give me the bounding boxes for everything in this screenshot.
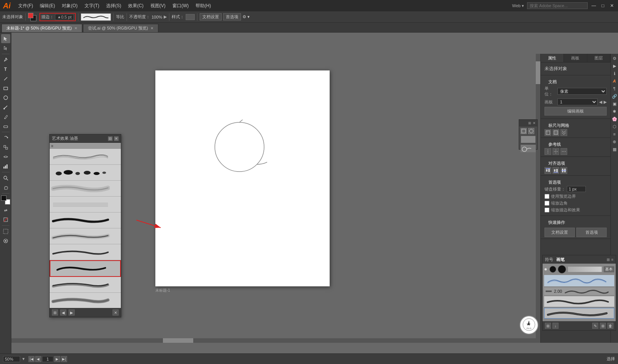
brush-item-10[interactable] [50,293,121,308]
maximize-button[interactable]: □ [600,3,606,9]
sym-footer-edit[interactable]: ✎ [592,323,598,329]
brush-footer-btn-delete[interactable]: ✕ [113,309,119,316]
brush-item-2[interactable] [50,165,121,181]
ruler-icon-1[interactable] [544,129,551,136]
tool-stroke-color[interactable] [1,195,6,201]
far-right-btn-11[interactable]: ≡ [612,131,618,137]
align-icon-3[interactable] [560,167,567,174]
preview-border-check[interactable] [544,194,549,199]
artboard-select[interactable]: 1 [557,98,598,105]
menu-effect[interactable]: 效果(C) [125,2,147,10]
tool-line[interactable] [1,74,10,83]
tool-none[interactable] [1,215,10,224]
far-right-btn-link[interactable]: 🔗 [612,93,618,99]
tool-pencil[interactable] [1,112,10,121]
ruler-icon-3[interactable] [560,129,567,136]
sym-tab-symbol[interactable]: 符号 [545,257,553,262]
sym-tab-brush[interactable]: 画笔 [556,257,565,262]
quick-prefs-btn[interactable]: 首选项 [576,228,607,237]
far-right-btn-9[interactable]: 🌸 [612,116,618,122]
artboard-prev[interactable]: ◀ [599,100,602,105]
brush-item-1[interactable] [50,149,121,165]
sym-dot-small[interactable] [544,268,547,271]
doc-settings-toolbar-btn[interactable]: 文档设置 [200,13,222,20]
menu-object[interactable]: 对象(O) [59,2,80,10]
far-right-btn-ai[interactable]: A [612,78,618,84]
sym-brush-wavy[interactable] [544,275,614,286]
tool-ellipse[interactable] [1,93,10,102]
tab-test[interactable]: 尝试.ai @ 50% (RGB/GPU 预览) ✕ [83,24,158,32]
brush-item-6[interactable] [50,228,121,244]
brush-footer-btn-1[interactable]: ⊞ [52,309,58,316]
far-right-btn-12[interactable]: ⊕ [612,139,618,145]
tool-zoom[interactable] [1,173,10,183]
menu-select[interactable]: 选择(S) [103,2,124,10]
tool-pen[interactable] [1,55,10,64]
tool-artboard[interactable] [1,227,10,236]
scroll-vertical[interactable] [536,54,540,343]
ruler-icon-2[interactable] [552,129,559,136]
sym-footer-import[interactable]: ↓ [552,323,559,329]
keyboard-move-input[interactable] [567,186,586,192]
menu-edit[interactable]: 编辑(E) [37,2,58,10]
stroke-color-box[interactable] [28,13,33,18]
color-swatches[interactable] [28,13,36,21]
sym-brush-2-selected[interactable] [544,308,614,319]
tool-direct-select[interactable] [1,44,10,53]
far-right-btn-2[interactable]: ▶ [612,63,618,69]
menu-file[interactable]: 文件(F) [15,2,36,10]
sym-footer-new[interactable]: ⊞ [545,323,551,329]
brush-item-4[interactable] [50,197,121,212]
mini-panel-close[interactable]: ✕ [533,121,536,125]
tool-rect[interactable] [1,84,10,93]
brush-footer-btn-fwd[interactable]: ▶ [69,309,75,316]
artboard-next[interactable]: ▶ [604,100,607,105]
tool-scale[interactable] [1,143,10,152]
tool-colors[interactable] [1,195,10,205]
opacity-expand[interactable]: ▶ [164,14,167,19]
brush-item-5[interactable] [50,212,121,228]
align-icon-2[interactable] [552,167,559,174]
tool-rotate[interactable] [1,133,10,142]
brush-preview-toolbar[interactable] [81,13,111,21]
round-corners-check[interactable] [544,201,549,206]
menu-help[interactable]: 帮助(H) [192,2,214,10]
brush-item-7[interactable] [50,244,121,260]
far-right-btn-1[interactable]: ⚙ [612,55,618,61]
style-box[interactable] [186,14,195,20]
far-right-btn-3[interactable]: ℹ [612,70,618,77]
tool-graph[interactable] [1,162,10,171]
tab-test-close[interactable]: ✕ [150,26,153,30]
far-right-btn-5[interactable]: ¶ [612,86,618,92]
brush-item-3[interactable] [50,181,121,197]
sym-menu-btn[interactable]: ≡ [611,258,613,262]
far-right-btn-8[interactable]: ✱ [612,108,618,114]
sym-dot-large[interactable] [558,265,566,273]
zoom-input[interactable] [3,356,20,362]
tab-artboard[interactable]: 画板 [564,54,587,62]
preferences-toolbar-btn[interactable]: 首选项 [223,13,241,20]
tool-swap-colors[interactable]: ⇄ [1,206,10,215]
menu-view[interactable]: 视图(V) [147,2,169,10]
tool-eraser[interactable] [1,122,10,131]
menu-window[interactable]: 窗口(W) [169,2,192,10]
brush-item-9[interactable] [50,277,121,293]
menu-text[interactable]: 文字(T) [81,2,102,10]
scroll-horizontal[interactable] [11,338,540,343]
far-right-btn-10[interactable]: ⬡ [612,123,618,130]
sym-footer-delete[interactable]: 🗑 [607,323,613,329]
sym-footer-menu[interactable]: ⊞ [600,323,606,329]
align-icon-1[interactable] [544,167,551,174]
scale-strokes-check[interactable] [544,208,549,212]
search-input[interactable] [527,2,588,9]
tab-properties[interactable]: 属性 [541,54,564,62]
tab-untitled-close[interactable]: ✕ [74,26,77,30]
sym-dot-medium[interactable] [549,266,556,273]
ref-icon-1[interactable] [544,148,551,155]
tab-untitled[interactable]: 未标题-1* @ 50% (RGB/GPU 预览) ✕ [2,24,82,32]
brush-panel-close[interactable]: ✕ [114,136,119,141]
tool-symbol[interactable] [1,236,10,245]
page-next-btn[interactable]: ▶ [54,356,60,362]
tool-select[interactable] [1,34,10,43]
tool-brush[interactable] [1,103,10,112]
